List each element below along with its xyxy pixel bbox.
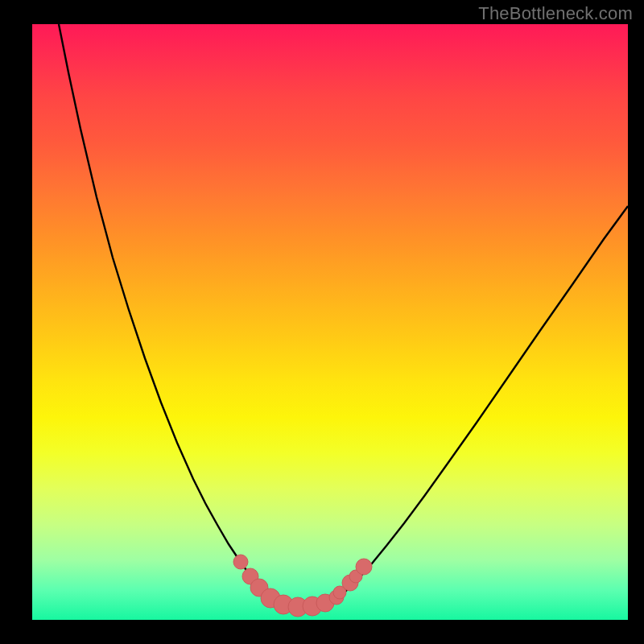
- valley-marker: [233, 555, 248, 569]
- bottleneck-curve-right: [330, 206, 628, 602]
- valley-marker: [356, 559, 372, 575]
- bottleneck-curve-left: [59, 24, 274, 600]
- chart-frame: TheBottleneck.com: [0, 0, 644, 644]
- curve-svg: [32, 24, 628, 620]
- watermark-text: TheBottleneck.com: [478, 3, 633, 24]
- valley-markers: [233, 555, 372, 617]
- plot-area: [32, 24, 628, 620]
